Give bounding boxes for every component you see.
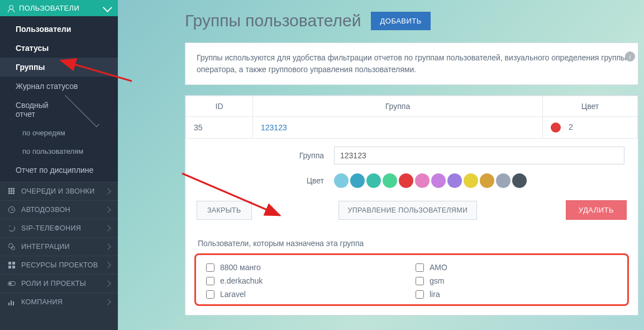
chevron-down-icon	[65, 92, 99, 127]
sidebar-section-integrations[interactable]: ИНТЕГРАЦИИ	[0, 237, 118, 256]
color-swatch[interactable]	[464, 173, 478, 188]
sidebar-section-sip[interactable]: SIP-ТЕЛЕФОНИЯ	[0, 219, 118, 237]
color-swatch[interactable]	[334, 173, 349, 188]
th-id: ID	[186, 96, 253, 117]
info-text: Группы используются для удобства фильтра…	[185, 43, 638, 84]
user-icon	[8, 5, 15, 12]
form-buttons: ЗАКРЫТЬ УПРАВЛЕНИЕ ПОЛЬЗОВАТЕЛЯМИ УДАЛИТ…	[185, 192, 638, 230]
sidebar-submenu: Пользователи Статусы Группы Журнал стату…	[0, 16, 118, 182]
sidebar-section-resources[interactable]: РЕСУРСЫ ПРОЕКТОВ	[0, 256, 118, 274]
group-label: Группа	[197, 151, 324, 160]
phone-icon	[8, 225, 16, 232]
sidebar-section-label: АВТОДОЗВОН	[21, 206, 100, 214]
color-swatch[interactable]	[480, 173, 494, 188]
th-group: Группа	[253, 96, 543, 117]
group-link[interactable]: 123123	[261, 123, 287, 132]
color-swatch[interactable]	[415, 173, 430, 188]
color-swatch[interactable]	[496, 173, 511, 188]
chevron-right-icon	[104, 243, 111, 249]
sidebar: ПОЛЬЗОВАТЕЛИ Пользователи Статусы Группы…	[0, 0, 118, 330]
sidebar-section-label: КОМПАНИЯ	[21, 298, 100, 306]
grid2-icon	[8, 262, 16, 268]
chevron-right-icon	[104, 206, 111, 213]
user-checkbox-row[interactable]: lira	[414, 287, 618, 301]
chart-icon	[8, 299, 16, 305]
sidebar-top-label: ПОЛЬЗОВАТЕЛИ	[19, 4, 99, 12]
user-checkbox[interactable]	[206, 263, 214, 272]
user-name: e.derkachuk	[220, 276, 263, 285]
cell-group: 123123	[253, 117, 543, 139]
form-row-color: Цвет	[185, 169, 638, 192]
sidebar-item-groups[interactable]: Группы	[0, 58, 118, 77]
close-button[interactable]: ЗАКРЫТЬ	[197, 201, 252, 220]
user-checkbox-row[interactable]: e.derkachuk	[205, 274, 409, 287]
color-label: Цвет	[197, 176, 324, 185]
user-checkbox-row[interactable]: 8800 манго	[205, 261, 409, 274]
table-row[interactable]: 35 123123 2	[186, 117, 638, 139]
sidebar-section-users-header[interactable]: ПОЛЬЗОВАТЕЛИ	[0, 0, 118, 16]
user-checkbox[interactable]	[416, 290, 424, 299]
info-panel: Группы используются для удобства фильтра…	[185, 43, 638, 85]
assigned-users-box: 8800 мангоe.derkachukLaravelAMOgsmlira	[194, 253, 629, 306]
chevron-right-icon	[104, 225, 111, 231]
user-checkbox[interactable]	[206, 277, 214, 285]
sidebar-section-queues[interactable]: ОЧЕРЕДИ И ЗВОНКИ	[0, 182, 118, 200]
sidebar-item-by-users[interactable]: по пользователям	[0, 142, 118, 161]
user-name: AMO	[430, 263, 447, 272]
chevron-down-icon	[103, 3, 112, 12]
form-row-group: Группа	[185, 142, 638, 169]
sidebar-item-by-queues[interactable]: по очередям	[0, 124, 118, 142]
user-name: gsm	[430, 276, 444, 285]
groups-table: ID Группа Цвет 35 123123 2	[185, 96, 638, 139]
chevron-right-icon	[104, 299, 111, 305]
add-button[interactable]: ДОБАВИТЬ	[371, 12, 430, 30]
group-input[interactable]	[334, 147, 624, 164]
color-swatch[interactable]	[399, 173, 413, 188]
groups-panel: ID Группа Цвет 35 123123 2 Группа	[185, 95, 638, 315]
color-swatch[interactable]	[447, 173, 462, 188]
color-swatch[interactable]	[350, 173, 365, 188]
chevron-right-icon	[104, 188, 111, 194]
sidebar-item-discipline[interactable]: Отчет по дисциплине	[0, 161, 118, 180]
manage-users-button[interactable]: УПРАВЛЕНИЕ ПОЛЬЗОВАТЕЛЯМИ	[338, 201, 478, 220]
user-name: 8800 манго	[220, 263, 261, 272]
color-picker	[334, 173, 527, 188]
sidebar-section-roles[interactable]: РОЛИ И ПРОЕКТЫ	[0, 274, 118, 293]
color-swatch[interactable]	[512, 173, 527, 188]
delete-button[interactable]: УДАЛИТЬ	[566, 200, 627, 220]
sidebar-section-autodial[interactable]: АВТОДОЗВОН	[0, 200, 118, 219]
sidebar-section-label: ИНТЕГРАЦИИ	[21, 243, 100, 251]
grid-icon	[8, 188, 16, 195]
color-swatch[interactable]	[431, 173, 446, 188]
user-checkbox-row[interactable]: Laravel	[205, 287, 409, 301]
cogs-icon	[8, 243, 16, 250]
clock-icon	[8, 206, 16, 213]
sidebar-item-users[interactable]: Пользователи	[0, 20, 118, 39]
cell-id: 35	[186, 117, 253, 139]
user-checkbox[interactable]	[416, 277, 424, 285]
color-dot	[551, 122, 561, 133]
info-icon[interactable]: i	[625, 51, 635, 62]
sidebar-item-summary-label: Сводный отчет	[16, 101, 60, 119]
user-name: lira	[430, 290, 440, 299]
user-checkbox[interactable]	[416, 263, 424, 272]
sidebar-item-summary[interactable]: Сводный отчет	[0, 96, 118, 124]
main-content: Группы пользователей ДОБАВИТЬ i Группы и…	[118, 0, 644, 330]
chevron-right-icon	[104, 280, 111, 286]
color-swatch[interactable]	[366, 173, 381, 188]
toggle-icon	[8, 281, 16, 286]
sidebar-section-label: SIP-ТЕЛЕФОНИЯ	[21, 224, 100, 232]
sidebar-section-label: ОЧЕРЕДИ И ЗВОНКИ	[21, 187, 100, 195]
assigned-users-title: Пользователи, которым назначена эта груп…	[185, 230, 638, 253]
user-checkbox-row[interactable]: AMO	[414, 261, 618, 274]
sidebar-section-company[interactable]: КОМПАНИЯ	[0, 293, 118, 311]
th-color: Цвет	[543, 96, 638, 117]
chevron-right-icon	[104, 262, 111, 268]
user-checkbox[interactable]	[206, 290, 214, 299]
sidebar-item-statuses[interactable]: Статусы	[0, 39, 118, 58]
user-checkbox-row[interactable]: gsm	[414, 274, 618, 287]
sidebar-section-label: РЕСУРСЫ ПРОЕКТОВ	[21, 261, 100, 269]
group-count: 2	[569, 122, 573, 131]
sidebar-item-status-log[interactable]: Журнал статусов	[0, 77, 118, 96]
color-swatch[interactable]	[383, 173, 397, 188]
